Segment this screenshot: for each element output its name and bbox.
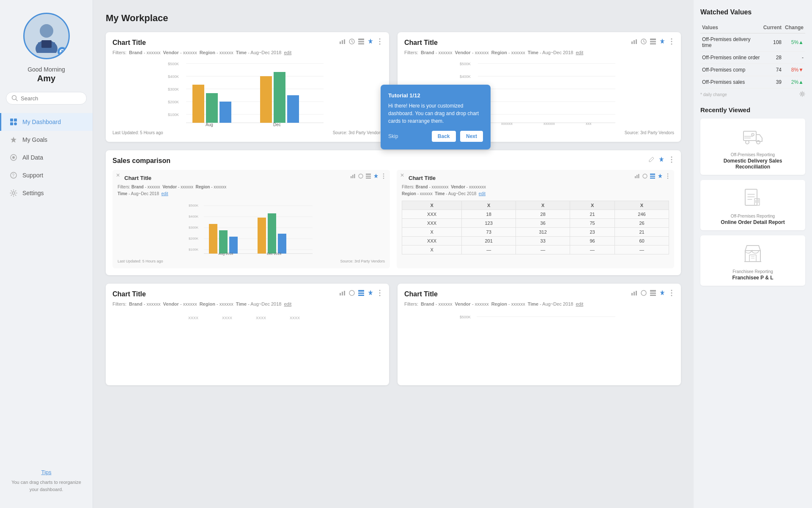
- clock-icon-1[interactable]: [348, 38, 355, 45]
- filter-edit-b1[interactable]: edit: [284, 301, 291, 306]
- svg-rect-4: [41, 40, 52, 48]
- clock-icon-left[interactable]: [358, 173, 364, 179]
- more-icon-b2[interactable]: [668, 290, 675, 296]
- search-bar[interactable]: [6, 92, 87, 105]
- svg-rect-96: [258, 218, 266, 254]
- svg-point-137: [801, 93, 804, 95]
- table-row: 18: [462, 210, 516, 219]
- svg-line-6: [16, 99, 18, 101]
- inner-toolbar-right: [634, 173, 671, 179]
- gear-icon[interactable]: [799, 91, 805, 98]
- svg-text:Aug 2018: Aug 2018: [219, 252, 233, 256]
- chart-area-1: $500K $400K $300K $200K $100K: [112, 59, 382, 127]
- tips-link[interactable]: Tips: [7, 469, 86, 475]
- rv-icon-truck: [740, 124, 765, 149]
- bar-icon-b1[interactable]: [339, 290, 346, 296]
- clock-icon-right[interactable]: [642, 173, 648, 179]
- pin-icon-b1[interactable]: [367, 290, 374, 296]
- right-panel: Watched Values Values Current Change Off…: [694, 0, 812, 508]
- svg-rect-72: [351, 176, 352, 178]
- filter-edit-b2[interactable]: edit: [576, 301, 583, 306]
- watched-row-3: Off-Premises comp 74 8%▼: [700, 64, 805, 76]
- clock-icon-b1[interactable]: [348, 290, 355, 296]
- more-icon-2[interactable]: [668, 38, 675, 45]
- close-right-chart[interactable]: ✕: [400, 172, 404, 178]
- svg-rect-93: [209, 224, 217, 254]
- watched-current-4: 39: [762, 76, 783, 88]
- more-icon-right[interactable]: [665, 173, 671, 179]
- daily-note: * daily change: [700, 91, 805, 98]
- more-icon-sales[interactable]: [668, 156, 675, 163]
- svg-point-12: [12, 156, 15, 159]
- col-change: Change: [783, 22, 805, 33]
- filter-edit-inner-right[interactable]: edit: [479, 191, 486, 196]
- svg-rect-40: [260, 76, 272, 123]
- tutorial-next-button[interactable]: Next: [460, 131, 483, 142]
- svg-rect-50: [650, 41, 656, 42]
- svg-rect-73: [352, 175, 354, 178]
- close-left-chart[interactable]: ✕: [116, 172, 120, 178]
- chart-area-b2: $500K: [404, 311, 674, 378]
- table-icon-b1[interactable]: [358, 290, 365, 296]
- sidebar-item-label-alldata: All Data: [22, 154, 43, 161]
- clock-icon-2[interactable]: [640, 38, 647, 45]
- sidebar-item-alldata[interactable]: All Data: [0, 149, 93, 166]
- tutorial-skip-button[interactable]: Skip: [388, 133, 398, 139]
- svg-rect-116: [358, 293, 364, 294]
- more-icon-1[interactable]: [376, 38, 383, 45]
- rv-card-3[interactable]: Franchisee Reporting Franchisee P & L: [700, 235, 805, 286]
- search-icon: [11, 95, 18, 102]
- svg-rect-107: [650, 178, 655, 179]
- svg-rect-51: [650, 43, 656, 44]
- filter-edit-1[interactable]: edit: [284, 50, 291, 55]
- filter-edit-2[interactable]: edit: [576, 50, 583, 55]
- table-row: 96: [570, 237, 615, 246]
- watched-values-title: Watched Values: [700, 8, 805, 16]
- table-row: 312: [516, 228, 570, 237]
- svg-text:$100K: $100K: [189, 248, 199, 251]
- more-icon-b1[interactable]: [376, 290, 383, 296]
- table-row: 36: [516, 219, 570, 228]
- table-icon-2[interactable]: [650, 38, 656, 45]
- edit-icon[interactable]: [648, 156, 655, 163]
- svg-text:xxx: xxx: [586, 121, 592, 126]
- bar-svg-1: $500K $400K $300K $200K $100K: [112, 59, 382, 127]
- sidebar-item-goals[interactable]: My Goals: [0, 131, 93, 149]
- sidebar-item-dashboard[interactable]: My Dashboard: [0, 113, 93, 131]
- table-icon-right[interactable]: [650, 173, 656, 179]
- tutorial-title: Tutorial 1/12: [388, 92, 483, 99]
- pin-icon-left[interactable]: [373, 173, 379, 179]
- search-input[interactable]: [21, 95, 81, 102]
- clock-icon-b2[interactable]: [640, 290, 647, 296]
- table-icon-left[interactable]: [365, 173, 371, 179]
- bar-chart-icon-1[interactable]: [339, 38, 346, 45]
- table-icon-b2[interactable]: [650, 290, 656, 296]
- bar-icon-b2[interactable]: [631, 290, 638, 296]
- rv-card-2[interactable]: Off-Premises Reporting Online Order Deta…: [700, 180, 805, 230]
- chart-filters-2: Filters: Brand - xxxxxx Vendor - xxxxxx …: [404, 50, 674, 55]
- more-icon-left[interactable]: [381, 173, 387, 179]
- svg-rect-20: [358, 39, 364, 40]
- bar-icon-right[interactable]: [634, 173, 640, 179]
- svg-point-133: [671, 293, 672, 294]
- filter-edit-inner-left[interactable]: edit: [162, 191, 168, 196]
- tutorial-back-button[interactable]: Back: [432, 131, 456, 142]
- pin-icon-2[interactable]: [659, 38, 666, 45]
- rv-card-1[interactable]: Off-Premises Reporting Domestic Delivery…: [700, 119, 805, 175]
- pin-icon-right[interactable]: [657, 173, 663, 179]
- bar-icon-left[interactable]: [350, 173, 356, 179]
- sidebar-item-settings[interactable]: Settings: [0, 184, 93, 202]
- rv-category-2: Off-Premises Reporting: [731, 214, 775, 218]
- inner-chart-title-left: Chart Title: [124, 175, 385, 181]
- svg-point-10: [14, 122, 17, 125]
- sidebar-item-support[interactable]: ? Support: [0, 166, 93, 184]
- svg-point-119: [379, 293, 381, 294]
- pin-icon-b2[interactable]: [659, 290, 666, 296]
- pin-icon-1[interactable]: [367, 38, 374, 45]
- bar-chart-icon-2[interactable]: [631, 38, 638, 45]
- sales-comp-inner: ✕ Chart Title Filters: Brand - xxxxxx Ve…: [112, 170, 674, 268]
- pin-icon-sales[interactable]: [658, 156, 665, 163]
- table-icon-1[interactable]: [358, 38, 365, 45]
- inner-toolbar-left: [350, 173, 387, 179]
- svg-text:$400K: $400K: [189, 215, 199, 218]
